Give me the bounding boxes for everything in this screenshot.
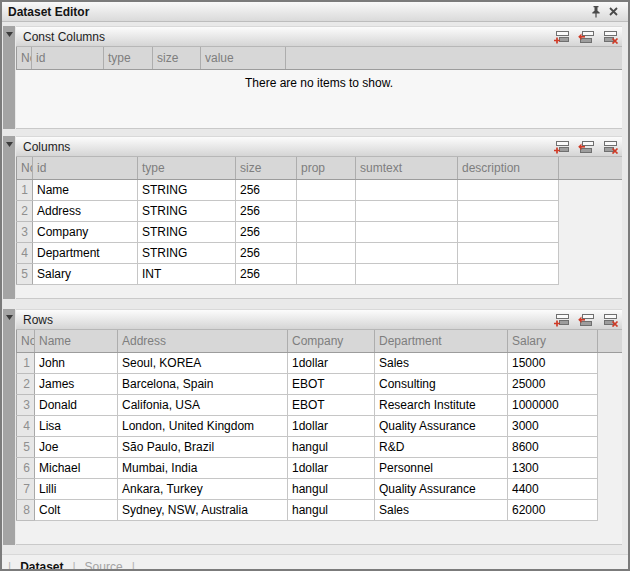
data-cell[interactable]: Quality Assurance xyxy=(375,478,508,499)
row-number-cell[interactable]: 2 xyxy=(17,200,33,221)
table-row[interactable]: 2JamesBarcelona, SpainEBOTConsulting2500… xyxy=(17,373,623,394)
column-header[interactable]: No xyxy=(17,330,35,352)
data-cell[interactable]: 15000 xyxy=(508,352,598,373)
data-cell[interactable] xyxy=(356,200,458,221)
collapse-strip[interactable] xyxy=(3,26,15,129)
data-cell[interactable]: Mumbai, India xyxy=(118,457,288,478)
data-cell[interactable]: R&D xyxy=(375,436,508,457)
data-cell[interactable]: Lisa xyxy=(35,415,118,436)
data-cell[interactable]: 1000000 xyxy=(508,394,598,415)
data-cell[interactable]: Address xyxy=(33,200,138,221)
row-number-cell[interactable]: 7 xyxy=(17,478,35,499)
data-cell[interactable]: London, United Kingdom xyxy=(118,415,288,436)
data-cell[interactable] xyxy=(356,263,458,284)
data-cell[interactable]: 256 xyxy=(236,179,297,200)
table-row[interactable]: 3CompanySTRING256 xyxy=(17,221,623,242)
data-cell[interactable]: Research Institute xyxy=(375,394,508,415)
data-cell[interactable]: Name xyxy=(33,179,138,200)
column-header[interactable]: prop xyxy=(297,157,356,179)
delete-row-button[interactable] xyxy=(600,29,619,44)
row-number-cell[interactable]: 1 xyxy=(17,352,35,373)
data-cell[interactable]: John xyxy=(35,352,118,373)
data-cell[interactable]: Lilli xyxy=(35,478,118,499)
table-row[interactable]: 7LilliAnkara, TurkeyhangulQuality Assura… xyxy=(17,478,623,499)
insert-row-button[interactable] xyxy=(576,139,595,154)
insert-row-button[interactable] xyxy=(576,29,595,44)
column-header[interactable]: Salary xyxy=(508,330,598,352)
data-cell[interactable]: 1dollar xyxy=(288,457,375,478)
data-cell[interactable]: Barcelona, Spain xyxy=(118,373,288,394)
collapse-strip[interactable] xyxy=(3,136,15,299)
data-cell[interactable]: 256 xyxy=(236,263,297,284)
column-header[interactable]: Name xyxy=(35,330,118,352)
data-cell[interactable]: STRING xyxy=(138,200,236,221)
data-cell[interactable] xyxy=(356,221,458,242)
data-cell[interactable] xyxy=(297,200,356,221)
row-number-cell[interactable]: 3 xyxy=(17,221,33,242)
data-cell[interactable]: hangul xyxy=(288,478,375,499)
tab-dataset[interactable]: Dataset xyxy=(20,560,63,571)
tab-source[interactable]: Source xyxy=(85,560,123,571)
table-row[interactable]: 5SalaryINT256 xyxy=(17,263,623,284)
data-cell[interactable]: 1300 xyxy=(508,457,598,478)
row-number-cell[interactable]: 5 xyxy=(17,436,35,457)
column-header[interactable]: size xyxy=(236,157,297,179)
insert-row-button[interactable] xyxy=(576,312,595,327)
data-cell[interactable]: Seoul, KOREA xyxy=(118,352,288,373)
add-row-button[interactable] xyxy=(552,139,571,154)
table-row[interactable]: 1JohnSeoul, KOREA1dollarSales15000 xyxy=(17,352,623,373)
data-cell[interactable] xyxy=(356,179,458,200)
data-cell[interactable]: 256 xyxy=(236,221,297,242)
data-cell[interactable]: São Paulo, Brazil xyxy=(118,436,288,457)
table-row[interactable]: 1NameSTRING256 xyxy=(17,179,623,200)
data-cell[interactable]: Sales xyxy=(375,499,508,520)
table-row[interactable]: 8ColtSydney, NSW, AustraliahangulSales62… xyxy=(17,499,623,520)
data-cell[interactable] xyxy=(356,242,458,263)
pin-button[interactable] xyxy=(587,4,605,19)
data-cell[interactable]: 1dollar xyxy=(288,415,375,436)
data-cell[interactable]: Sydney, NSW, Australia xyxy=(118,499,288,520)
data-cell[interactable]: 256 xyxy=(236,242,297,263)
data-cell[interactable] xyxy=(458,263,559,284)
data-cell[interactable]: Colt xyxy=(35,499,118,520)
add-row-button[interactable] xyxy=(552,312,571,327)
data-cell[interactable]: Sales xyxy=(375,352,508,373)
data-cell[interactable]: Ankara, Turkey xyxy=(118,478,288,499)
column-header[interactable]: Company xyxy=(288,330,375,352)
data-cell[interactable]: 62000 xyxy=(508,499,598,520)
data-cell[interactable] xyxy=(458,200,559,221)
row-number-cell[interactable]: 5 xyxy=(17,263,33,284)
data-cell[interactable]: Califonia, USA xyxy=(118,394,288,415)
column-header[interactable]: No xyxy=(17,47,32,69)
column-header[interactable]: type xyxy=(104,47,153,69)
data-cell[interactable]: STRING xyxy=(138,242,236,263)
data-cell[interactable]: 25000 xyxy=(508,373,598,394)
row-number-cell[interactable]: 2 xyxy=(17,373,35,394)
row-number-cell[interactable]: 8 xyxy=(17,499,35,520)
data-cell[interactable]: 3000 xyxy=(508,415,598,436)
data-cell[interactable] xyxy=(297,221,356,242)
data-cell[interactable]: Department xyxy=(33,242,138,263)
data-cell[interactable]: EBOT xyxy=(288,373,375,394)
delete-row-button[interactable] xyxy=(600,139,619,154)
data-cell[interactable]: Michael xyxy=(35,457,118,478)
collapse-strip[interactable] xyxy=(3,309,15,545)
data-cell[interactable] xyxy=(297,179,356,200)
row-number-cell[interactable]: 4 xyxy=(17,415,35,436)
column-header[interactable]: sumtext xyxy=(356,157,458,179)
data-cell[interactable]: Donald xyxy=(35,394,118,415)
add-row-button[interactable] xyxy=(552,29,571,44)
data-cell[interactable]: Joe xyxy=(35,436,118,457)
table-row[interactable]: 3DonaldCalifonia, USAEBOTResearch Instit… xyxy=(17,394,623,415)
data-cell[interactable]: hangul xyxy=(288,499,375,520)
data-cell[interactable]: Personnel xyxy=(375,457,508,478)
row-number-cell[interactable]: 4 xyxy=(17,242,33,263)
data-cell[interactable] xyxy=(297,242,356,263)
column-header[interactable]: id xyxy=(32,47,104,69)
close-button[interactable] xyxy=(605,5,622,18)
column-header[interactable]: Department xyxy=(375,330,508,352)
data-cell[interactable]: James xyxy=(35,373,118,394)
data-cell[interactable] xyxy=(458,179,559,200)
column-header[interactable]: Address xyxy=(118,330,288,352)
data-cell[interactable]: hangul xyxy=(288,436,375,457)
